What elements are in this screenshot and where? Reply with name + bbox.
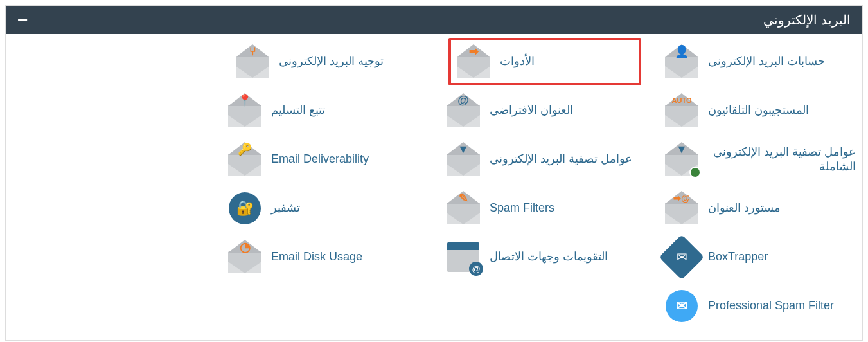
address-importer-label: مستورد العنوان	[708, 201, 781, 215]
row-2: المستجيبون التلقائيون AUTO العنوان الافت…	[12, 94, 856, 127]
encryption-icon: 🔐	[226, 192, 263, 224]
key-icon: 🔑	[226, 143, 263, 176]
spam-filters-label: Spam Filters	[490, 201, 554, 215]
encryption-label: تشفير	[271, 201, 300, 215]
pin-icon: 📍	[226, 94, 263, 127]
spam-filters-item[interactable]: Spam Filters ✎	[445, 192, 637, 224]
address-importer-item[interactable]: مستورد العنوان @➡	[663, 192, 856, 224]
encryption-item[interactable]: تشفير 🔐	[226, 192, 419, 224]
arrow-right-icon: ➡	[455, 46, 492, 78]
tools-label: الأدوات	[500, 54, 535, 69]
email-accounts-icon: 👤	[663, 46, 700, 78]
collapse-button[interactable]: −	[17, 17, 28, 23]
panel-title: البريد الإلكتروني	[763, 12, 851, 28]
row-4: مستورد العنوان @➡ Spam Filters ✎ تشفير 🔐	[12, 192, 856, 224]
deliverability-label: Email Deliverability	[271, 152, 369, 166]
pro-spam-item[interactable]: Professional Spam Filter ✉	[663, 290, 856, 322]
autoresponders-item[interactable]: المستجيبون التلقائيون AUTO	[663, 94, 856, 127]
boxtrapper-label: BoxTrapper	[708, 249, 768, 264]
pen-icon: ✎	[445, 192, 482, 224]
at-arrow-icon: @➡	[663, 192, 700, 224]
fork-icon: ⑂	[234, 46, 271, 78]
default-address-label: العنوان الافتراضي	[490, 103, 573, 118]
row-1: حسابات البريد الإلكتروني 👤 الأدوات ➡ توج…	[12, 46, 856, 78]
at-icon: @	[445, 94, 482, 127]
funnel-icon: ▼	[445, 143, 482, 176]
funnel-globe-icon: ▼	[663, 143, 700, 176]
track-delivery-label: تتبع التسليم	[271, 103, 325, 118]
calendars-item[interactable]: التقويمات وجهات الاتصال @	[445, 241, 637, 273]
panel-header: البريد الإلكتروني −	[6, 6, 862, 34]
forward-label: توجيه البريد الإلكتروني	[279, 54, 384, 69]
panel-body: حسابات البريد الإلكتروني 👤 الأدوات ➡ توج…	[6, 34, 862, 340]
track-delivery-item[interactable]: تتبع التسليم 📍	[226, 94, 419, 127]
autoresponders-label: المستجيبون التلقائيون	[708, 103, 809, 118]
disk-usage-item[interactable]: Email Disk Usage ◔	[226, 241, 419, 273]
pro-spam-label: Professional Spam Filter	[708, 298, 834, 313]
boxtrapper-icon: ✉	[663, 241, 700, 273]
forward-item[interactable]: توجيه البريد الإلكتروني ⑂	[234, 46, 427, 78]
email-accounts-label: حسابات البريد الإلكتروني	[708, 54, 825, 69]
global-filters-item[interactable]: عوامل تصفية البريد الإلكتروني الشاملة ▼	[663, 143, 856, 176]
email-accounts-item[interactable]: حسابات البريد الإلكتروني 👤	[663, 46, 856, 78]
global-filters-label: عوامل تصفية البريد الإلكتروني الشاملة	[708, 145, 856, 175]
email-panel: البريد الإلكتروني − حسابات البريد الإلكت…	[5, 5, 863, 341]
pro-spam-icon: ✉	[663, 290, 700, 322]
email-filters-label: عوامل تصفية البريد الإلكتروني	[490, 152, 632, 166]
pie-chart-icon: ◔	[226, 241, 263, 273]
deliverability-item[interactable]: Email Deliverability 🔑	[226, 143, 419, 176]
auto-icon: AUTO	[663, 94, 700, 127]
row-5: BoxTrapper ✉ التقويمات وجهات الاتصال @ E…	[12, 241, 856, 273]
disk-usage-label: Email Disk Usage	[271, 249, 362, 264]
default-address-item[interactable]: العنوان الافتراضي @	[445, 94, 637, 127]
boxtrapper-item[interactable]: BoxTrapper ✉	[663, 241, 856, 273]
row-3: عوامل تصفية البريد الإلكتروني الشاملة ▼ …	[12, 143, 856, 176]
calendars-label: التقويمات وجهات الاتصال	[490, 249, 608, 264]
email-grid: حسابات البريد الإلكتروني 👤 الأدوات ➡ توج…	[12, 46, 856, 322]
tools-item[interactable]: الأدوات ➡	[448, 38, 641, 86]
email-filters-item[interactable]: عوامل تصفية البريد الإلكتروني ▼	[445, 143, 637, 176]
calendar-icon: @	[445, 241, 482, 273]
row-6: Professional Spam Filter ✉	[12, 290, 856, 322]
